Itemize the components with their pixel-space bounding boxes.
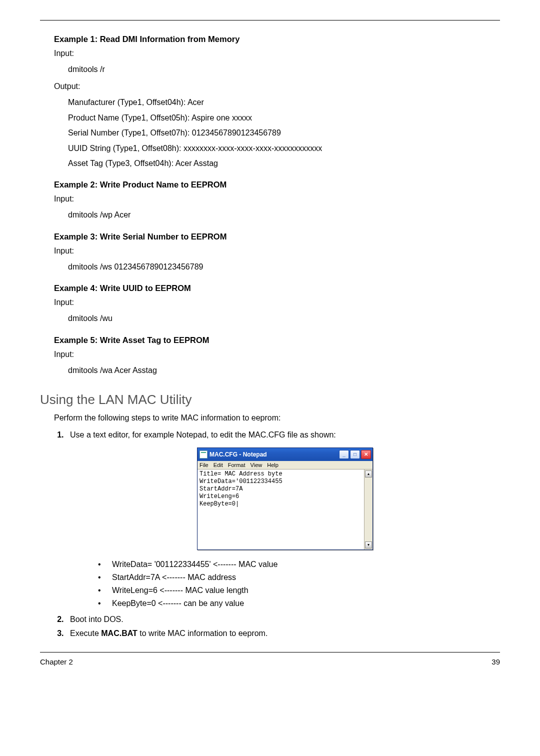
example-title: Example 1: Read DMI Information from Mem… bbox=[54, 34, 500, 44]
close-button[interactable]: ✕ bbox=[361, 450, 371, 459]
example-title: Example 2: Write Product Name to EEPROM bbox=[54, 180, 500, 190]
footer-left: Chapter 2 bbox=[40, 658, 73, 666]
notepad-titlebar: MAC.CFG - Notepad _ □ ✕ bbox=[198, 448, 372, 461]
notepad-text-area[interactable]: Title= MAC Address byte WriteData='00112… bbox=[198, 470, 364, 550]
example-title: Example 4: Write UUID to EEPROM bbox=[54, 284, 500, 293]
input-label: Input: bbox=[54, 49, 500, 58]
input-command: dmitools /wp Acer bbox=[68, 208, 500, 222]
step-3: Execute MAC.BAT to write MAC information… bbox=[66, 629, 500, 638]
input-command: dmitools /ws 01234567890123456789 bbox=[68, 260, 500, 274]
cfg-explanation-list: WriteData= '001122334455' <------- MAC v… bbox=[70, 560, 500, 608]
step-2: Boot into DOS. bbox=[66, 615, 500, 624]
list-item: StartAddr=7A <------- MAC address bbox=[98, 573, 500, 582]
menu-edit[interactable]: Edit bbox=[214, 462, 223, 468]
menu-file[interactable]: File bbox=[200, 462, 208, 468]
step-text: Boot into DOS. bbox=[70, 615, 124, 624]
notepad-scrollbar[interactable]: ▴ ▾ bbox=[364, 470, 372, 550]
output-line: Asset Tag (Type3, Offset04h): Acer Assta… bbox=[68, 156, 500, 171]
output-line: Manufacturer (Type1, Offset04h): Acer bbox=[68, 95, 500, 110]
examples-block: Example 1: Read DMI Information from Mem… bbox=[54, 34, 500, 378]
footer-right: 39 bbox=[492, 658, 500, 666]
step-text-pre: Execute bbox=[70, 629, 101, 638]
notepad-window: MAC.CFG - Notepad _ □ ✕ File Edit Format… bbox=[197, 448, 373, 550]
output-label: Output: bbox=[54, 82, 500, 91]
example-title: Example 3: Write Serial Number to EEPROM bbox=[54, 232, 500, 242]
bottom-rule bbox=[40, 652, 500, 652]
top-rule bbox=[40, 20, 500, 20]
step-1: Use a text editor, for example Notepad, … bbox=[66, 430, 500, 608]
menu-view[interactable]: View bbox=[250, 462, 262, 468]
input-command: dmitools /wu bbox=[68, 311, 500, 326]
input-label: Input: bbox=[54, 194, 500, 204]
menu-help[interactable]: Help bbox=[267, 462, 278, 468]
step-text-bold: MAC.BAT bbox=[101, 629, 138, 638]
list-item: WriteLeng=6 <------- MAC value length bbox=[98, 586, 500, 595]
input-label: Input: bbox=[54, 298, 500, 307]
minimize-button[interactable]: _ bbox=[339, 450, 349, 459]
scroll-up-icon[interactable]: ▴ bbox=[365, 470, 372, 478]
notepad-menu: File Edit Format View Help bbox=[198, 461, 372, 470]
step-text: Use a text editor, for example Notepad, … bbox=[70, 430, 336, 439]
output-line: Product Name (Type1, Offset05h): Aspire … bbox=[68, 110, 500, 126]
notepad-screenshot: MAC.CFG - Notepad _ □ ✕ File Edit Format… bbox=[70, 448, 500, 550]
input-label: Input: bbox=[54, 350, 500, 359]
step-text-post: to write MAC information to eeprom. bbox=[138, 629, 268, 638]
list-item: WriteData= '001122334455' <------- MAC v… bbox=[98, 560, 500, 569]
example-title: Example 5: Write Asset Tag to EEPROM bbox=[54, 336, 500, 345]
notepad-window-title: MAC.CFG - Notepad bbox=[210, 451, 267, 458]
input-command: dmitools /wa Acer Asstag bbox=[68, 363, 500, 378]
input-label: Input: bbox=[54, 246, 500, 256]
menu-format[interactable]: Format bbox=[228, 462, 246, 468]
page-footer: Chapter 2 39 bbox=[40, 658, 500, 666]
output-line: UUID String (Type1, Offset08h): xxxxxxxx… bbox=[68, 141, 500, 156]
section-heading: Using the LAN MAC Utility bbox=[40, 392, 500, 408]
scroll-down-icon[interactable]: ▾ bbox=[365, 542, 372, 548]
output-lines: Manufacturer (Type1, Offset04h): Acer Pr… bbox=[68, 95, 500, 171]
list-item: KeepByte=0 <------- can be any value bbox=[98, 599, 500, 608]
notepad-icon bbox=[200, 450, 208, 458]
output-line: Serial Number (Type1, Offset07h): 012345… bbox=[68, 126, 500, 140]
steps-list: Use a text editor, for example Notepad, … bbox=[54, 430, 500, 638]
input-command: dmitools /r bbox=[68, 62, 500, 77]
intro-text: Perform the following steps to write MAC… bbox=[54, 414, 500, 422]
maximize-button[interactable]: □ bbox=[350, 450, 360, 459]
